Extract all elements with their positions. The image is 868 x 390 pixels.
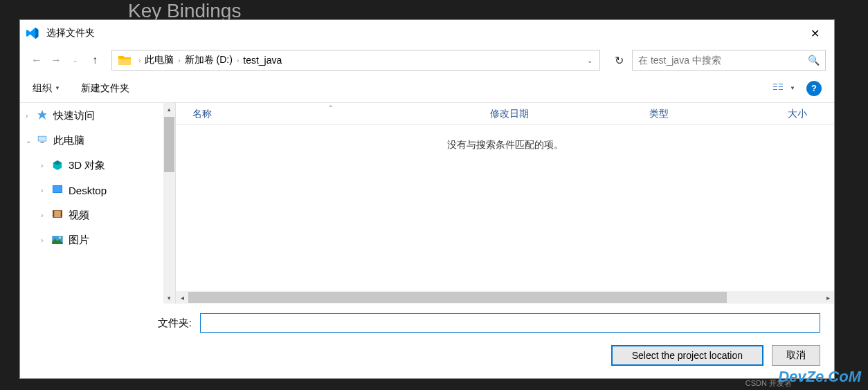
sidebar-scrollbar[interactable]: ▴ ▾ <box>163 103 175 304</box>
svg-rect-14 <box>53 213 54 214</box>
forward-button[interactable]: → <box>48 52 64 68</box>
dialog-title: 选择文件夹 <box>46 27 95 39</box>
sidebar: › 快速访问 ⌄ 此电脑 › 3D 对象 › Desktop › <box>20 103 176 304</box>
up-button[interactable]: ↑ <box>87 52 103 68</box>
svg-rect-10 <box>53 186 62 192</box>
column-size[interactable]: 大小 <box>788 108 807 120</box>
picture-icon <box>51 234 64 246</box>
svg-rect-15 <box>53 215 54 216</box>
column-headers: 名称 ⌃ 修改日期 类型 大小 <box>176 103 834 125</box>
sidebar-item-pictures[interactable]: › 图片 <box>20 228 175 252</box>
dialog-footer: 文件夹: Select the project location 取消 <box>20 304 834 378</box>
chevron-right-icon: › <box>178 57 180 64</box>
scroll-thumb[interactable] <box>164 117 174 172</box>
svg-rect-0 <box>773 84 777 84</box>
back-button[interactable]: ← <box>28 52 45 68</box>
svg-rect-1 <box>773 86 777 87</box>
breadcrumb-bar[interactable]: › 此电脑 › 新加卷 (D:) › test_java ⌄ <box>111 50 600 71</box>
refresh-button[interactable]: ↻ <box>608 50 629 71</box>
desktop-icon <box>51 184 64 196</box>
view-options-button[interactable]: ▼ <box>773 83 795 94</box>
content-area: › 快速访问 ⌄ 此电脑 › 3D 对象 › Desktop › <box>20 103 834 304</box>
watermark-csdn: CSDN 开发者 <box>745 378 792 389</box>
svg-rect-18 <box>61 215 62 216</box>
scroll-right-icon[interactable]: ▸ <box>822 294 834 301</box>
sort-indicator-icon: ⌃ <box>328 104 334 111</box>
organize-button[interactable]: 组织▼ <box>33 82 60 95</box>
breadcrumb-item[interactable]: test_java <box>243 55 282 66</box>
svg-point-20 <box>59 236 61 239</box>
breadcrumb-item[interactable]: 此电脑 <box>145 54 174 66</box>
svg-rect-5 <box>779 89 783 90</box>
chevron-right-icon: › <box>138 57 141 64</box>
svg-rect-7 <box>39 137 46 141</box>
horizontal-scrollbar[interactable]: ◂ ▸ <box>176 291 834 304</box>
sidebar-this-pc[interactable]: ⌄ 此电脑 <box>20 128 175 153</box>
search-input[interactable] <box>638 55 808 66</box>
folder-label: 文件夹: <box>34 317 200 330</box>
svg-rect-16 <box>61 211 62 212</box>
navigation-bar: ← → ⌄ ↑ › 此电脑 › 新加卷 (D:) › test_java ⌄ ↻… <box>20 46 834 74</box>
scroll-thumb[interactable] <box>188 292 727 303</box>
scroll-up-icon[interactable]: ▴ <box>163 103 175 115</box>
scroll-left-icon[interactable]: ◂ <box>176 294 188 301</box>
expand-icon[interactable]: › <box>26 112 35 120</box>
file-list-area: 名称 ⌃ 修改日期 类型 大小 没有与搜索条件匹配的项。 ◂ ▸ <box>176 103 834 304</box>
close-button[interactable]: ✕ <box>801 23 829 44</box>
svg-rect-13 <box>53 211 54 212</box>
svg-rect-12 <box>54 211 60 217</box>
new-folder-button[interactable]: 新建文件夹 <box>81 82 129 95</box>
empty-message: 没有与搜索条件匹配的项。 <box>447 139 563 151</box>
search-box[interactable]: 🔍 <box>632 50 826 71</box>
sidebar-item-3d[interactable]: › 3D 对象 <box>20 153 175 178</box>
search-icon[interactable]: 🔍 <box>808 55 820 66</box>
pc-icon <box>35 134 49 147</box>
cancel-button[interactable]: 取消 <box>772 345 820 366</box>
folder-icon <box>118 54 132 66</box>
collapse-icon[interactable]: ⌄ <box>26 137 35 145</box>
sidebar-item-videos[interactable]: › 视频 <box>20 203 175 228</box>
chevron-right-icon: › <box>237 57 239 64</box>
svg-rect-8 <box>41 142 44 143</box>
scroll-down-icon[interactable]: ▾ <box>163 292 175 304</box>
recent-dropdown[interactable]: ⌄ <box>67 52 84 68</box>
file-list: 没有与搜索条件匹配的项。 <box>176 125 834 291</box>
svg-rect-3 <box>779 84 783 84</box>
select-location-button[interactable]: Select the project location <box>611 345 763 366</box>
svg-rect-2 <box>773 89 777 90</box>
video-icon <box>51 209 64 221</box>
column-date[interactable]: 修改日期 <box>490 108 649 120</box>
svg-rect-4 <box>779 86 783 87</box>
toolbar: 组织▼ 新建文件夹 ▼ ? <box>20 74 834 103</box>
column-type[interactable]: 类型 <box>649 108 788 120</box>
svg-rect-17 <box>61 213 62 214</box>
sidebar-quick-access[interactable]: › 快速访问 <box>20 103 175 128</box>
vscode-icon <box>26 26 39 40</box>
breadcrumb-item[interactable]: 新加卷 (D:) <box>185 54 233 66</box>
help-button[interactable]: ? <box>806 81 822 96</box>
titlebar: 选择文件夹 ✕ <box>20 20 834 46</box>
column-name[interactable]: 名称 <box>192 108 490 120</box>
breadcrumb-dropdown-icon[interactable]: ⌄ <box>587 57 593 64</box>
star-icon <box>35 109 49 122</box>
folder-input[interactable] <box>200 313 820 333</box>
folder-picker-dialog: 选择文件夹 ✕ ← → ⌄ ↑ › 此电脑 › 新加卷 (D:) › test_… <box>19 19 835 379</box>
sidebar-item-desktop[interactable]: › Desktop <box>20 178 175 203</box>
cube-icon <box>51 159 64 171</box>
